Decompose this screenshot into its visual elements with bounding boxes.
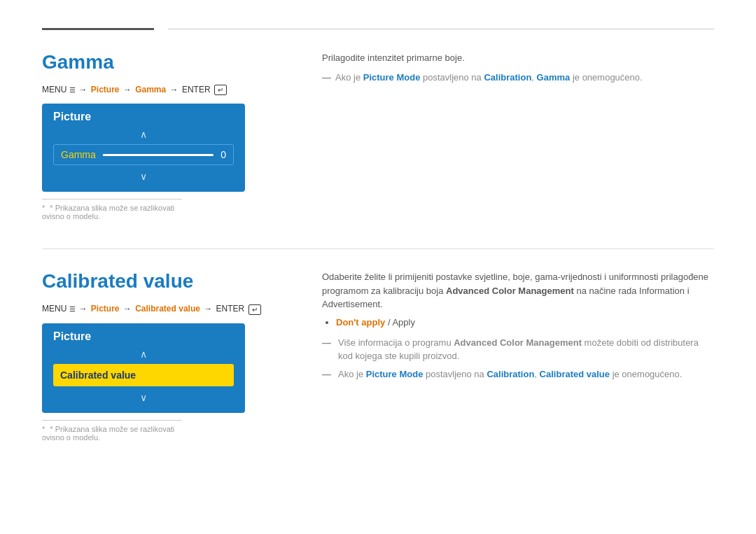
- arrow2: →: [123, 85, 134, 94]
- gamma-widget-row: Gamma 0: [53, 144, 234, 165]
- note2-dash: —: [322, 367, 331, 381]
- menu-calibrated: Calibrated value: [135, 304, 200, 314]
- slash: /: [385, 317, 392, 328]
- gamma-row-label: Gamma: [61, 149, 96, 160]
- mid-divider: [42, 248, 714, 249]
- gamma-note-calibration: Calibration: [484, 72, 531, 83]
- enter-icon-cal: ↵: [248, 304, 261, 315]
- gamma-desc-note: — Ako je Picture Mode postavljeno na Cal…: [322, 71, 714, 85]
- menu-picture-gamma: Picture: [91, 85, 120, 94]
- arrow3: →: [170, 85, 181, 94]
- calibrated-footnote-text: * Prikazana slika može se razlikovati ov…: [42, 425, 174, 442]
- calibrated-row-label: Calibrated value: [60, 370, 136, 381]
- cal-arrow1: →: [78, 304, 89, 314]
- menu-prefix: MENU: [42, 85, 66, 94]
- gamma-chevron-up[interactable]: ∧: [53, 129, 234, 140]
- menu-prefix-cal: MENU: [42, 304, 66, 314]
- gamma-slider[interactable]: [103, 154, 214, 156]
- calibrated-widget-title: Picture: [53, 330, 234, 343]
- calibrated-section-left: Calibrated value MENU ☰ → Picture → Cali…: [42, 270, 294, 441]
- menu-gamma: Gamma: [135, 85, 166, 94]
- gamma-note-dash: —: [322, 71, 331, 85]
- calibrated-section: Calibrated value MENU ☰ → Picture → Cali…: [42, 270, 714, 441]
- gamma-section: Gamma MENU ☰ → Picture → Gamma → ENTER ↵…: [42, 51, 714, 220]
- gamma-row-value: 0: [220, 149, 226, 160]
- gamma-footnote-text: * Prikazana slika može se razlikovati ov…: [42, 204, 174, 220]
- dont-label: Don't apply: [336, 317, 385, 328]
- note2-calibration: Calibration: [486, 369, 534, 379]
- apply-label: Apply: [392, 317, 415, 328]
- calibrated-note2: — Ako je Picture Mode postavljeno na Cal…: [322, 367, 714, 381]
- gamma-widget-title: Picture: [53, 111, 234, 123]
- gamma-note-picture-mode: Picture Mode: [363, 72, 421, 83]
- gamma-section-right: Prilagodite intenzitet primarne boje. — …: [322, 51, 714, 220]
- menu-icon-cal: ☰: [69, 305, 78, 313]
- note2-picture-mode: Picture Mode: [366, 369, 424, 379]
- acm-bold: Advanced Color Management: [446, 286, 574, 296]
- calibrated-footnote: * * Prikazana slika može se razlikovati …: [42, 420, 182, 442]
- gamma-footnote: * * Prikazana slika može se razlikovati …: [42, 199, 182, 220]
- calibrated-chevron-down[interactable]: ∨: [53, 392, 234, 403]
- calibrated-widget-row: Calibrated value: [53, 364, 234, 386]
- calibrated-desc-main: Odaberite želite li primijeniti postavke…: [322, 270, 714, 311]
- calibrated-widget: Picture ∧ Calibrated value ∨: [42, 323, 245, 413]
- gamma-slider-fill: [103, 154, 147, 156]
- divider-dark: [42, 28, 154, 30]
- calibrated-menu-path: MENU ☰ → Picture → Calibrated value → EN…: [42, 304, 294, 314]
- gamma-section-left: Gamma MENU ☰ → Picture → Gamma → ENTER ↵…: [42, 51, 294, 220]
- acm-note-bold: Advanced Color Management: [454, 337, 582, 348]
- calibrated-title: Calibrated value: [42, 270, 294, 293]
- calibrated-note1: — Više informacija o programu Advanced C…: [322, 336, 714, 363]
- arrow1: →: [78, 85, 89, 94]
- gamma-widget: Picture ∧ Gamma 0 ∨: [42, 104, 245, 192]
- bullet-dont-apply: Don't apply / Apply: [336, 317, 714, 328]
- gamma-chevron-down[interactable]: ∨: [53, 171, 234, 182]
- enter-icon-gamma: ↵: [214, 85, 227, 95]
- menu-picture-cal: Picture: [91, 304, 120, 314]
- note1-dash: —: [322, 336, 331, 350]
- calibrated-chevron-up[interactable]: ∧: [53, 349, 234, 360]
- cal-arrow2: →: [123, 304, 134, 314]
- note2-calibrated-value: Calibrated value: [540, 369, 610, 379]
- gamma-note-gamma: Gamma: [537, 72, 570, 83]
- calibrated-bullet-list: Don't apply / Apply: [336, 317, 714, 328]
- calibrated-section-right: Odaberite želite li primijeniti postavke…: [322, 270, 714, 441]
- enter-label-gamma: ENTER: [182, 85, 211, 94]
- divider-light: [168, 29, 714, 29]
- menu-icon-gamma: ☰: [69, 86, 78, 94]
- cal-arrow3: →: [204, 304, 214, 314]
- gamma-title: Gamma: [42, 51, 294, 73]
- gamma-desc-main: Prilagodite intenzitet primarne boje.: [322, 51, 714, 65]
- enter-label-cal: ENTER: [216, 304, 245, 314]
- gamma-menu-path: MENU ☰ → Picture → Gamma → ENTER ↵: [42, 85, 294, 95]
- top-dividers: [42, 28, 714, 30]
